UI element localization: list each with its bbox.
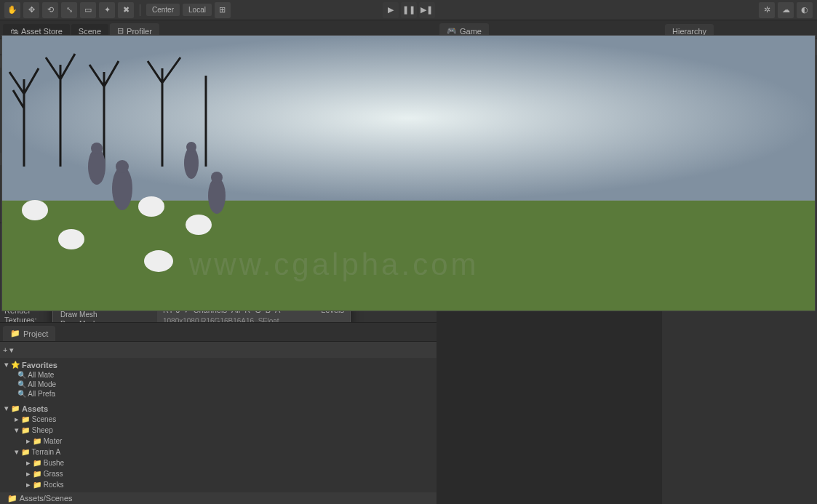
svg-point-7 bbox=[58, 229, 84, 249]
pivot-mode-button[interactable]: Center bbox=[146, 4, 180, 16]
add-button[interactable]: + ▾ bbox=[3, 345, 14, 355]
svg-point-14 bbox=[116, 160, 129, 173]
svg-rect-5 bbox=[2, 201, 815, 311]
tab-project[interactable]: 📁Project bbox=[3, 326, 55, 341]
svg-point-16 bbox=[186, 142, 196, 152]
asset-subfolder[interactable]: ▸📁 Bushe bbox=[1, 457, 435, 468]
project-tree[interactable]: ▾⭐ Favorites🔍 All Mate🔍 All Mode🔍 All Pr… bbox=[0, 358, 437, 492]
favorite-item[interactable]: 🔍 All Mode bbox=[1, 380, 435, 389]
svg-point-9 bbox=[144, 250, 173, 272]
play-controls: ▶ ❚❚ ▶❚ bbox=[383, 2, 435, 18]
tab-label: Game bbox=[460, 27, 482, 36]
account-icon[interactable]: ◐ bbox=[797, 2, 813, 18]
separator bbox=[140, 4, 140, 16]
svg-point-12 bbox=[91, 143, 103, 154]
svg-point-10 bbox=[186, 215, 212, 235]
rotate-tool-button[interactable]: ⟲ bbox=[42, 2, 58, 18]
scale-tool-button[interactable]: ⤡ bbox=[61, 2, 77, 18]
folder-icon: 📁 bbox=[7, 494, 17, 503]
cloud-icon[interactable]: ☁ bbox=[778, 2, 794, 18]
step-button[interactable]: ▶❚ bbox=[419, 2, 435, 18]
svg-point-6 bbox=[22, 200, 48, 220]
custom-tool-button[interactable]: ✖ bbox=[118, 2, 134, 18]
game-scene-illustration bbox=[2, 36, 815, 311]
favorite-item[interactable]: 🔍 All Mate bbox=[1, 370, 435, 380]
rt-size: 1080x1080 R16G16B16A16_SFloat bbox=[163, 317, 344, 322]
snap-button[interactable]: ⊞ bbox=[215, 2, 231, 18]
project-status-path: Assets/Scenes bbox=[20, 494, 73, 503]
transform-tool-button[interactable]: ✦ bbox=[99, 2, 115, 18]
asset-folder[interactable]: ▸📁 Scenes bbox=[1, 414, 435, 425]
project-panel: 📁Project + ▾ ▾⭐ Favorites🔍 All Mate🔍 All… bbox=[0, 322, 437, 504]
favorites-header[interactable]: ▾⭐ Favorites bbox=[1, 359, 435, 370]
asset-folder[interactable]: ▾📁 Sheep bbox=[1, 425, 435, 436]
move-tool-button[interactable]: ✥ bbox=[23, 2, 39, 18]
settings-icon[interactable]: ✲ bbox=[759, 2, 775, 18]
tab-label: Project bbox=[23, 329, 48, 338]
project-toolbar: + ▾ bbox=[0, 342, 437, 358]
main-toolbar: ✋ ✥ ⟲ ⤡ ▭ ✦ ✖ Center Local ⊞ ▶ ❚❚ ▶❚ ✲ ☁… bbox=[0, 0, 817, 20]
rect-tool-button[interactable]: ▭ bbox=[80, 2, 96, 18]
tab-label: Profiler bbox=[127, 27, 152, 36]
asset-subfolder[interactable]: ▸📁 Rocks bbox=[1, 479, 435, 490]
hand-tool-button[interactable]: ✋ bbox=[4, 2, 20, 18]
assets-header[interactable]: ▾📁 Assets bbox=[1, 403, 435, 414]
asset-folder[interactable]: ▾📁 Terrain A bbox=[1, 447, 435, 457]
favorite-item[interactable]: 🔍 All Prefa bbox=[1, 389, 435, 399]
asset-subfolder[interactable]: ▸📁 Grass bbox=[1, 468, 435, 479]
pivot-rotation-button[interactable]: Local bbox=[183, 4, 212, 16]
svg-point-8 bbox=[138, 196, 164, 217]
folder-icon: 📁 bbox=[10, 329, 20, 338]
toolbar-right: ✲ ☁ ◐ bbox=[759, 2, 813, 18]
pause-button[interactable]: ❚❚ bbox=[401, 2, 417, 18]
svg-point-18 bbox=[211, 172, 223, 183]
asset-subfolder[interactable]: ▸📁 Mater bbox=[1, 436, 435, 447]
play-button[interactable]: ▶ bbox=[383, 2, 399, 18]
event-tree-item[interactable]: Draw Mesh bbox=[53, 319, 157, 322]
game-viewport[interactable] bbox=[1, 35, 816, 311]
